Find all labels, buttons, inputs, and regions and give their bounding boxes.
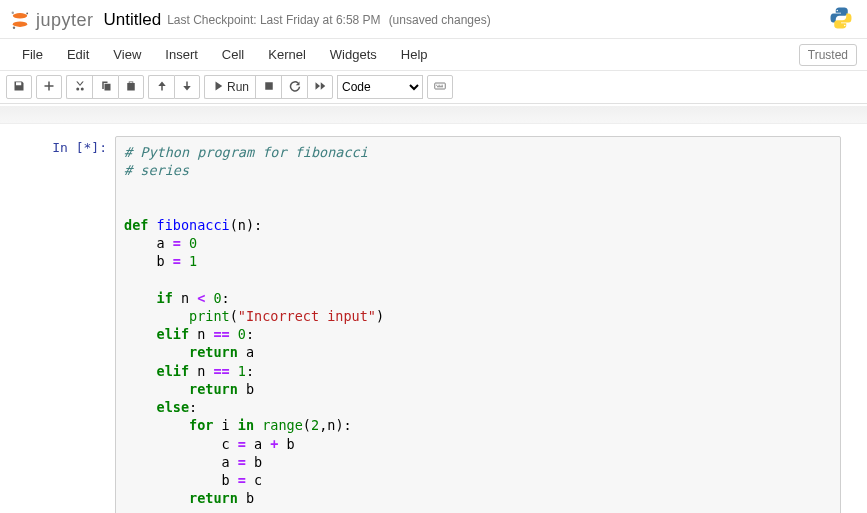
paste-icon <box>125 80 137 95</box>
plus-icon <box>43 80 55 95</box>
keyboard-icon <box>434 80 446 95</box>
jupyter-logo-text: jupyter <box>36 10 94 31</box>
notebook-container: In [*]: # Python program for fibonacci #… <box>0 124 867 513</box>
notebook-header: jupyter Untitled Last Checkpoint: Last F… <box>0 0 867 38</box>
svg-rect-5 <box>265 82 273 90</box>
save-icon <box>13 80 25 95</box>
svg-rect-6 <box>435 83 446 89</box>
restart-kernel-button[interactable] <box>281 75 307 99</box>
trusted-indicator[interactable]: Trusted <box>799 44 857 66</box>
code-editor[interactable]: # Python program for fibonacci # series … <box>115 136 841 513</box>
interrupt-kernel-button[interactable] <box>255 75 281 99</box>
svg-point-4 <box>13 27 15 29</box>
restart-run-all-button[interactable] <box>307 75 333 99</box>
insert-cell-button[interactable] <box>36 75 62 99</box>
menu-help[interactable]: Help <box>389 41 440 68</box>
notebook-name[interactable]: Untitled <box>104 10 162 30</box>
notebook-shadow <box>0 106 867 124</box>
arrow-up-icon <box>156 80 168 95</box>
menu-view[interactable]: View <box>101 41 153 68</box>
move-cell-down-button[interactable] <box>174 75 200 99</box>
arrow-down-icon <box>181 80 193 95</box>
input-prompt: In [*]: <box>0 136 115 155</box>
autosave-status: (unsaved changes) <box>389 13 491 27</box>
menu-insert[interactable]: Insert <box>153 41 210 68</box>
svg-point-0 <box>13 13 27 18</box>
run-cell-button[interactable]: Run <box>204 75 255 99</box>
checkpoint-status: Last Checkpoint: Last Friday at 6:58 PM <box>167 13 380 27</box>
stop-icon <box>263 80 275 95</box>
command-palette-button[interactable] <box>427 75 453 99</box>
jupyter-icon <box>8 8 32 32</box>
copy-cell-button[interactable] <box>92 75 118 99</box>
svg-point-1 <box>13 22 27 27</box>
menubar: File Edit View Insert Cell Kernel Widget… <box>0 38 867 71</box>
copy-icon <box>100 80 112 95</box>
python-kernel-icon[interactable] <box>829 6 853 34</box>
cell-type-select[interactable]: Code <box>337 75 423 99</box>
menu-edit[interactable]: Edit <box>55 41 101 68</box>
save-button[interactable] <box>6 75 32 99</box>
svg-point-2 <box>12 12 14 14</box>
cut-icon <box>74 80 86 95</box>
toolbar: Run Code <box>0 71 867 104</box>
code-cell[interactable]: In [*]: # Python program for fibonacci #… <box>0 136 867 513</box>
menu-file[interactable]: File <box>10 41 55 68</box>
jupyter-logo[interactable]: jupyter <box>8 8 94 32</box>
menu-widgets[interactable]: Widgets <box>318 41 389 68</box>
svg-point-3 <box>26 13 28 15</box>
move-cell-up-button[interactable] <box>148 75 174 99</box>
fast-forward-icon <box>314 80 326 95</box>
cut-cell-button[interactable] <box>66 75 92 99</box>
menu-cell[interactable]: Cell <box>210 41 256 68</box>
paste-cell-button[interactable] <box>118 75 144 99</box>
menu-kernel[interactable]: Kernel <box>256 41 318 68</box>
run-label: Run <box>227 80 249 94</box>
restart-icon <box>289 80 301 95</box>
run-icon <box>211 80 223 95</box>
